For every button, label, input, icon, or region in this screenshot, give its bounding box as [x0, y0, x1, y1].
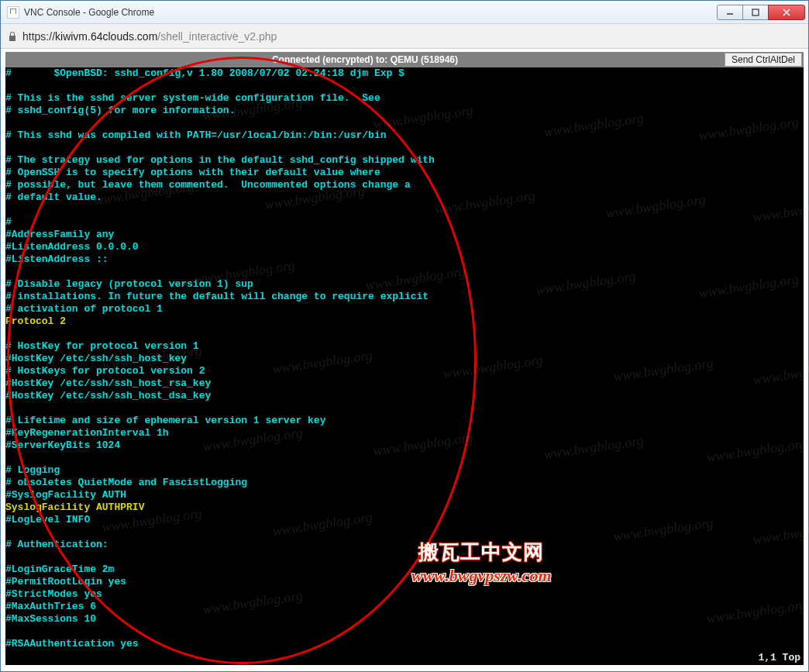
url-path: /shell_interactive_v2.php [157, 30, 277, 43]
terminal-line [5, 117, 804, 129]
terminal-line: #HostKey /etc/ssh/ssh_host_key [5, 353, 804, 365]
vim-statusline: 1,1 Top [758, 652, 800, 663]
vnc-status-bar: Connected (encrypted) to: QEMU (518946) … [5, 52, 804, 67]
terminal-line: # Disable legacy (protocol version 1) su… [5, 278, 804, 291]
page-favicon-icon [7, 6, 19, 19]
terminal-line [5, 452, 804, 464]
terminal-line [5, 625, 804, 638]
terminal-line: #KeyRegenerationInterval 1h [5, 427, 804, 439]
terminal-line: # possible, but leave them commented. Un… [5, 179, 804, 191]
terminal-line: #MaxAuthTries 6 [5, 601, 804, 613]
terminal-line [5, 142, 804, 154]
terminal-line: #MaxSessions 10 [5, 613, 804, 625]
terminal-line: # HostKeys for protocol version 2 [5, 365, 804, 377]
terminal-line [5, 402, 804, 415]
terminal-line: #SyslogFacility AUTH [5, 489, 804, 501]
terminal-line: # activation of protocol 1 [5, 303, 804, 315]
terminal-line: #RSAAuthentication yes [5, 638, 804, 650]
terminal-line: # HostKey for protocol version 1 [5, 340, 804, 353]
terminal-output[interactable]: # $OpenBSD: sshd_config,v 1.80 2008/07/0… [5, 67, 804, 665]
terminal-line: #ListenAddress :: [5, 253, 804, 266]
terminal-line: SyslogFacility AUTHPRIV [5, 501, 804, 514]
terminal-line: # installations. In future the default w… [5, 291, 804, 303]
chrome-window: VNC Console - Google Chrome https://kiwi… [0, 0, 809, 672]
window-title: VNC Console - Google Chrome [24, 7, 718, 18]
terminal-line: #PermitRootLogin yes [5, 576, 804, 588]
terminal-line: # Logging [5, 464, 804, 477]
terminal-line: # [5, 216, 804, 229]
terminal-line [5, 80, 804, 92]
url-host: kiwivm.64clouds.com [55, 30, 157, 43]
vnc-status-text: Connected (encrypted) to: QEMU (518946) [5, 54, 725, 65]
terminal-line: # $OpenBSD: sshd_config,v 1.80 2008/07/0… [5, 67, 804, 80]
terminal-line: #AddressFamily any [5, 229, 804, 241]
terminal-line: # default value. [5, 191, 804, 204]
window-titlebar[interactable]: VNC Console - Google Chrome [1, 1, 808, 24]
minimize-button[interactable] [717, 5, 743, 20]
terminal-line: #HostKey /etc/ssh/ssh_host_dsa_key [5, 390, 804, 402]
send-ctrlaltdel-button[interactable]: Send CtrlAltDel [725, 53, 802, 67]
window-controls [718, 5, 805, 20]
terminal-line: # The strategy used for options in the d… [5, 154, 804, 167]
terminal-line: # OpenSSH is to specify options with the… [5, 167, 804, 179]
close-button[interactable] [768, 5, 805, 20]
url-scheme: https:// [22, 30, 55, 43]
terminal-line: # This sshd was compiled with PATH=/usr/… [5, 129, 804, 142]
terminal-line: #LoginGraceTime 2m [5, 563, 804, 576]
terminal-line [5, 551, 804, 563]
address-bar[interactable]: https://kiwivm.64clouds.com/shell_intera… [1, 24, 808, 49]
terminal-line: #ListenAddress 0.0.0.0 [5, 241, 804, 253]
terminal-line: Protocol 2 [5, 315, 804, 328]
terminal-line: #HostKey /etc/ssh/ssh_host_rsa_key [5, 377, 804, 390]
terminal-line [5, 328, 804, 340]
maximize-button[interactable] [742, 5, 769, 20]
terminal-line: #LogLevel INFO [5, 514, 804, 526]
vnc-console: Connected (encrypted) to: QEMU (518946) … [5, 52, 804, 665]
terminal-line [5, 266, 804, 278]
terminal-line: # Lifetime and size of ephemeral version… [5, 415, 804, 427]
lock-icon [7, 31, 18, 42]
terminal-line: # This is the sshd server system-wide co… [5, 92, 804, 105]
terminal-line: # Authentication: [5, 539, 804, 551]
terminal-line: # obsoletes QuietMode and FascistLogging [5, 477, 804, 489]
svg-rect-1 [752, 9, 759, 16]
terminal-line [5, 526, 804, 539]
terminal-line: # sshd_config(5) for more information. [5, 105, 804, 117]
terminal-line [5, 204, 804, 216]
terminal-line: #StrictModes yes [5, 588, 804, 601]
url-text: https://kiwivm.64clouds.com/shell_intera… [22, 30, 277, 43]
terminal-line: #ServerKeyBits 1024 [5, 439, 804, 452]
